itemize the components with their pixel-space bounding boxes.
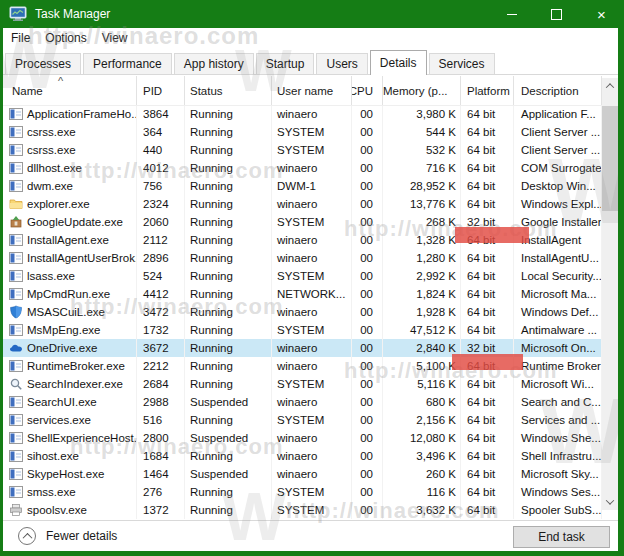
process-row-googleupdate-exe[interactable]: GoogleUpdate.exe2060RunningSYSTEM00268 K…	[3, 213, 602, 231]
cell-name: explorer.exe	[3, 195, 137, 213]
cell-platform: 64 bit	[461, 393, 514, 411]
process-name: ShellExperienceHost....	[27, 432, 137, 444]
cell-user: winaero	[272, 105, 352, 123]
cell-platform: 64 bit	[461, 195, 514, 213]
cell-cpu: 00	[352, 213, 383, 231]
cell-memory: 47,512 K	[383, 321, 461, 339]
cell-memory: 5,100 K	[383, 357, 461, 375]
cell-status: Running	[185, 303, 272, 321]
cell-user: SYSTEM	[272, 141, 352, 159]
grid-header: ^ Name PID Status User name CPU Memory (…	[3, 76, 602, 106]
process-row-shellexperiencehost[interactable]: ShellExperienceHost....2800Suspendedwina…	[3, 429, 602, 447]
process-row-services-exe[interactable]: services.exe516RunningSYSTEM002,156 K64 …	[3, 411, 602, 429]
cell-status: Running	[185, 375, 272, 393]
cell-status: Running	[185, 357, 272, 375]
window-icon	[9, 179, 23, 193]
process-name: SearchIndexer.exe	[27, 378, 123, 390]
cell-user: winaero	[272, 357, 352, 375]
cell-description: Client Server ...	[514, 123, 602, 141]
cell-cpu: 00	[352, 447, 383, 465]
column-header-pid[interactable]: PID	[137, 76, 185, 105]
cell-platform: 64 bit	[461, 357, 514, 375]
cell-user: NETWORK...	[272, 285, 352, 303]
footer-bar: Fewer details End task	[3, 521, 618, 551]
cell-user: winaero	[272, 429, 352, 447]
process-row-applicationframeho[interactable]: ApplicationFrameHo...3864Runningwinaero0…	[3, 105, 602, 123]
cell-name: SearchIndexer.exe	[3, 375, 137, 393]
window-icon	[9, 251, 23, 265]
scrollbar-thumb[interactable]	[602, 106, 618, 211]
process-row-msascuil-exe[interactable]: MSASCuiL.exe3472Runningwinaero001,928 K6…	[3, 303, 602, 321]
cell-name: SkypeHost.exe	[3, 465, 137, 483]
tab-app-history[interactable]: App history	[174, 53, 254, 74]
cell-name: ApplicationFrameHo...	[3, 105, 137, 123]
menu-options[interactable]: Options	[38, 29, 93, 47]
column-header-cpu[interactable]: CPU	[352, 76, 383, 105]
window-icon	[9, 143, 23, 157]
cell-user: SYSTEM	[272, 483, 352, 501]
process-row-searchui-exe[interactable]: SearchUI.exe2988Suspendedwinaero00680 K6…	[3, 393, 602, 411]
minimize-button[interactable]	[489, 0, 534, 28]
process-row-installagentuserbrok[interactable]: InstallAgentUserBrok...2896Runningwinaer…	[3, 249, 602, 267]
cell-memory: 13,776 K	[383, 195, 461, 213]
tab-users[interactable]: Users	[316, 53, 367, 74]
cell-status: Running	[185, 411, 272, 429]
column-header-status[interactable]: Status	[185, 76, 272, 105]
end-task-button[interactable]: End task	[513, 526, 610, 548]
window-icon	[9, 287, 23, 301]
process-row-installagent-exe[interactable]: InstallAgent.exe2112Runningwinaero001,32…	[3, 231, 602, 249]
column-header-label: User name	[277, 85, 333, 97]
menu-view[interactable]: View	[95, 29, 135, 47]
process-row-lsass-exe[interactable]: lsass.exe524RunningSYSTEM002,992 K64 bit…	[3, 267, 602, 285]
tab-processes[interactable]: Processes	[5, 53, 81, 74]
vertical-scrollbar[interactable]	[602, 78, 618, 510]
cell-description: Microsoft On...	[514, 339, 602, 357]
cell-status: Running	[185, 249, 272, 267]
scroll-down-button[interactable]	[602, 494, 618, 510]
process-row-spoolsv-exe[interactable]: spoolsv.exe1372RunningSYSTEM003,632 K64 …	[3, 501, 602, 519]
cell-platform: 64 bit	[461, 177, 514, 195]
cell-description: Client Server ...	[514, 141, 602, 159]
process-row-sihost-exe[interactable]: sihost.exe1684Runningwinaero003,496 K64 …	[3, 447, 602, 465]
process-row-explorer-exe[interactable]: explorer.exe2324Runningwinaero0013,776 K…	[3, 195, 602, 213]
process-name: smss.exe	[27, 486, 76, 498]
process-row-searchindexer-exe[interactable]: SearchIndexer.exe2684RunningSYSTEM005,11…	[3, 375, 602, 393]
cell-status: Running	[185, 105, 272, 123]
tab-services[interactable]: Services	[429, 53, 495, 74]
process-row-mpcmdrun-exe[interactable]: MpCmdRun.exe4412RunningNETWORK...001,824…	[3, 285, 602, 303]
process-row-csrss-exe[interactable]: csrss.exe440RunningSYSTEM00532 K64 bitCl…	[3, 141, 602, 159]
process-row-skypehost-exe[interactable]: SkypeHost.exe1464Suspendedwinaero00260 K…	[3, 465, 602, 483]
tab-startup[interactable]: Startup	[256, 53, 315, 74]
cell-status: Running	[185, 123, 272, 141]
process-row-smss-exe[interactable]: smss.exe276RunningSYSTEM00116 K64 bitWin…	[3, 483, 602, 501]
tab-details[interactable]: Details	[370, 50, 427, 75]
cell-memory: 716 K	[383, 159, 461, 177]
cell-pid: 1372	[137, 501, 185, 519]
close-button[interactable]: ×	[579, 0, 624, 28]
column-header-memory[interactable]: Memory (p...	[383, 76, 461, 105]
scroll-up-button[interactable]	[602, 78, 618, 94]
process-row-onedrive-exe[interactable]: OneDrive.exe3672Runningwinaero002,840 K3…	[3, 339, 602, 357]
cell-pid: 1732	[137, 321, 185, 339]
menu-file[interactable]: File	[4, 29, 37, 47]
column-header-platform[interactable]: Platform	[461, 76, 514, 105]
process-name: SkypeHost.exe	[27, 468, 104, 480]
process-row-runtimebroker-exe[interactable]: RuntimeBroker.exe2212Runningwinaero005,1…	[3, 357, 602, 375]
cell-description: Application F...	[514, 105, 602, 123]
process-name: OneDrive.exe	[27, 342, 97, 354]
process-row-csrss-exe[interactable]: csrss.exe364RunningSYSTEM00544 K64 bitCl…	[3, 123, 602, 141]
process-row-dwm-exe[interactable]: dwm.exe756RunningDWM-10028,952 K64 bitDe…	[3, 177, 602, 195]
maximize-button[interactable]	[534, 0, 579, 28]
process-row-msmpeng-exe[interactable]: MsMpEng.exe1732RunningSYSTEM0047,512 K64…	[3, 321, 602, 339]
process-name: RuntimeBroker.exe	[27, 360, 125, 372]
cell-cpu: 00	[352, 105, 383, 123]
tab-performance[interactable]: Performance	[83, 53, 172, 74]
fewer-details-toggle[interactable]: Fewer details	[18, 527, 117, 545]
column-header-name[interactable]: Name	[3, 76, 137, 105]
process-row-dllhost-exe[interactable]: dllhost.exe4012Runningwinaero00716 K64 b…	[3, 159, 602, 177]
column-header-description[interactable]: Description	[514, 76, 602, 105]
cell-cpu: 00	[352, 393, 383, 411]
cell-user: SYSTEM	[272, 411, 352, 429]
tab-strip: ProcessesPerformanceApp historyStartupUs…	[3, 48, 618, 75]
column-header-user-name[interactable]: User name	[272, 76, 352, 105]
